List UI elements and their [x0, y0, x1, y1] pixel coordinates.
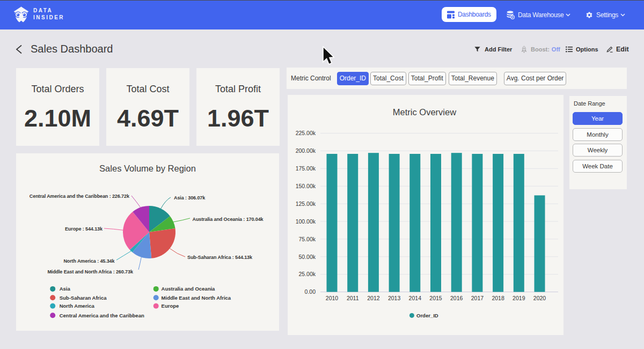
svg-text:Asia : 306.07k: Asia : 306.07k	[174, 195, 206, 201]
svg-text:North America: North America	[60, 303, 95, 309]
svg-text:150.00k: 150.00k	[296, 183, 316, 189]
svg-text:2016: 2016	[450, 295, 463, 301]
svg-text:Metric Overview: Metric Overview	[393, 107, 456, 117]
svg-text:2020: 2020	[533, 295, 546, 301]
svg-text:Europe: Europe	[162, 303, 179, 309]
svg-text:Middle East and North Africa: Middle East and North Africa	[162, 295, 231, 301]
svg-text:2010: 2010	[326, 295, 339, 301]
svg-text:2012: 2012	[367, 295, 380, 301]
svg-text:75.00k: 75.00k	[298, 236, 316, 242]
svg-text:North America : 45.34k: North America : 45.34k	[63, 258, 115, 264]
svg-text:2017: 2017	[471, 295, 484, 301]
svg-text:Europe : 544.13k: Europe : 544.13k	[65, 226, 103, 232]
svg-text:Order_ID: Order_ID	[416, 313, 438, 318]
svg-text:Australia and Oceania: Australia and Oceania	[162, 286, 216, 292]
svg-text:2013: 2013	[388, 295, 401, 301]
svg-text:2011: 2011	[347, 295, 359, 301]
svg-text:Australia and Oceania : 170.04: Australia and Oceania : 170.04k	[193, 217, 264, 222]
svg-text:225.00k: 225.00k	[296, 130, 316, 136]
svg-text:2018: 2018	[492, 295, 504, 301]
svg-text:175.00k: 175.00k	[296, 165, 316, 172]
svg-text:Central America and the Caribb: Central America and the Caribbean : 226.…	[30, 194, 130, 199]
svg-text:Asia: Asia	[60, 286, 71, 292]
svg-text:Sub-Saharan Africa: Sub-Saharan Africa	[60, 295, 107, 301]
svg-text:Sub-Saharan Africa : 544.13k: Sub-Saharan Africa : 544.13k	[187, 255, 253, 260]
svg-text:125.00k: 125.00k	[296, 201, 316, 207]
svg-text:200.00k: 200.00k	[296, 147, 316, 154]
svg-text:2014: 2014	[409, 295, 422, 301]
svg-text:2019: 2019	[513, 295, 525, 301]
svg-text:100.00k: 100.00k	[296, 218, 316, 225]
svg-text:25.00k: 25.00k	[298, 271, 316, 277]
svg-text:0.00: 0.00	[305, 288, 316, 295]
svg-text:2015: 2015	[429, 295, 442, 301]
svg-text:50.00k: 50.00k	[298, 254, 316, 260]
svg-text:Middle East and North Africa :: Middle East and North Africa : 260.73k	[47, 269, 134, 274]
svg-text:Central America and the Caribb: Central America and the Caribbean	[60, 313, 144, 318]
